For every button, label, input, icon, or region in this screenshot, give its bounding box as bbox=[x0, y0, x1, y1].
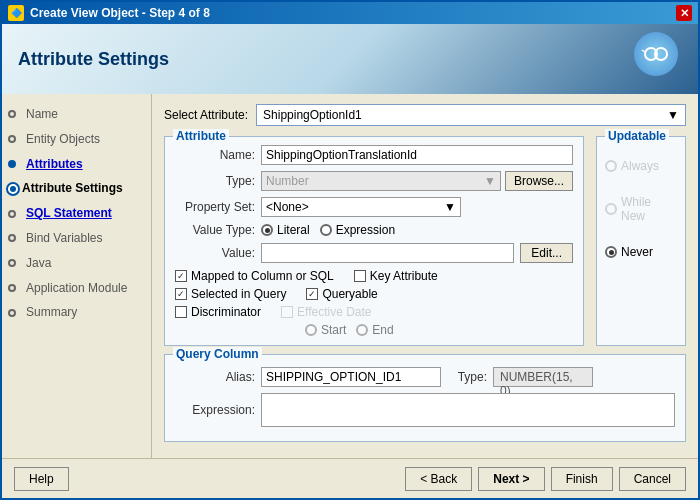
main-panel: Select Attribute: ShippingOptionId1 ▼ At… bbox=[152, 94, 698, 458]
next-button[interactable]: Next > bbox=[478, 467, 544, 491]
sidebar-item-java[interactable]: Java bbox=[2, 251, 151, 276]
value-row: Value: Edit... bbox=[175, 243, 573, 263]
selected-query-checkbox[interactable] bbox=[175, 288, 187, 300]
effective-date-checkbox bbox=[281, 306, 293, 318]
sidebar-item-attributes[interactable]: Attributes bbox=[2, 152, 151, 177]
close-button[interactable]: ✕ bbox=[676, 5, 692, 21]
sidebar-item-name[interactable]: Name bbox=[2, 102, 151, 127]
mapped-checkbox-group[interactable]: Mapped to Column or SQL bbox=[175, 269, 334, 283]
always-radio[interactable] bbox=[605, 160, 617, 172]
start-radio bbox=[305, 324, 317, 336]
expression-row: Expression: bbox=[175, 393, 675, 427]
queryable-checkbox-group[interactable]: Queryable bbox=[306, 287, 377, 301]
alias-row: Alias: Type: NUMBER(15, 0) bbox=[175, 367, 675, 387]
sidebar-dot-entity bbox=[8, 135, 16, 143]
name-row: Name: bbox=[175, 145, 573, 165]
while-new-radio-group[interactable]: While New bbox=[605, 195, 677, 223]
value-label: Value: bbox=[175, 246, 255, 260]
sidebar-item-application-module[interactable]: Application Module bbox=[2, 276, 151, 301]
attribute-section-title: Attribute bbox=[173, 129, 229, 143]
sidebar-dot-name bbox=[8, 110, 16, 118]
cancel-button[interactable]: Cancel bbox=[619, 467, 686, 491]
key-attribute-checkbox[interactable] bbox=[354, 270, 366, 282]
key-attribute-label: Key Attribute bbox=[370, 269, 438, 283]
end-radio-group: End bbox=[356, 323, 393, 337]
literal-radio[interactable] bbox=[261, 224, 273, 236]
sidebar-dot-attributes bbox=[8, 160, 16, 168]
sidebar-item-summary[interactable]: Summary bbox=[2, 300, 151, 325]
expression-radio[interactable] bbox=[320, 224, 332, 236]
footer: Help < Back Next > Finish Cancel bbox=[2, 458, 698, 498]
sidebar-item-sql-statement[interactable]: SQL Statement bbox=[2, 201, 151, 226]
end-radio bbox=[356, 324, 368, 336]
chevron-type-icon: ▼ bbox=[484, 174, 496, 188]
attribute-section: Attribute Name: Type: Number ▼ bbox=[164, 136, 584, 346]
footer-left: Help bbox=[14, 467, 69, 491]
updatable-title: Updatable bbox=[605, 129, 669, 143]
value-input[interactable] bbox=[261, 243, 514, 263]
type-col-label: Type: bbox=[447, 370, 487, 384]
sidebar-dot-attr-settings bbox=[6, 182, 20, 196]
selected-query-checkbox-group[interactable]: Selected in Query bbox=[175, 287, 286, 301]
effective-date-label: Effective Date bbox=[297, 305, 371, 319]
never-radio[interactable] bbox=[605, 246, 617, 258]
queryable-checkbox[interactable] bbox=[306, 288, 318, 300]
finish-button[interactable]: Finish bbox=[551, 467, 613, 491]
sidebar-item-attribute-settings[interactable]: Attribute Settings bbox=[2, 176, 151, 201]
mapped-label: Mapped to Column or SQL bbox=[191, 269, 334, 283]
sidebar-dot-appmodule bbox=[8, 284, 16, 292]
checkboxes-row1: Mapped to Column or SQL Key Attribute bbox=[175, 269, 573, 283]
never-radio-group[interactable]: Never bbox=[605, 245, 653, 259]
type-col-value: NUMBER(15, 0) bbox=[493, 367, 593, 387]
key-attribute-checkbox-group[interactable]: Key Attribute bbox=[354, 269, 438, 283]
literal-label: Literal bbox=[277, 223, 310, 237]
literal-radio-group[interactable]: Literal bbox=[261, 223, 310, 237]
type-row: Type: Number ▼ Browse... bbox=[175, 171, 573, 191]
header-area: Attribute Settings bbox=[2, 24, 698, 94]
attribute-updatable-row: Attribute Name: Type: Number ▼ bbox=[164, 136, 686, 346]
discriminator-label: Discriminator bbox=[191, 305, 261, 319]
back-button[interactable]: < Back bbox=[405, 467, 472, 491]
checkboxes-row3: Discriminator Effective Date bbox=[175, 305, 573, 319]
expression-radio-group[interactable]: Expression bbox=[320, 223, 395, 237]
type-select[interactable]: Number ▼ bbox=[261, 171, 501, 191]
start-label: Start bbox=[321, 323, 346, 337]
page-title: Attribute Settings bbox=[18, 49, 169, 70]
sidebar-item-entity-objects[interactable]: Entity Objects bbox=[2, 127, 151, 152]
end-label: End bbox=[372, 323, 393, 337]
type-browse-group: Number ▼ Browse... bbox=[261, 171, 573, 191]
select-attribute-dropdown[interactable]: ShippingOptionId1 ▼ bbox=[256, 104, 686, 126]
content-area: Name Entity Objects Attributes Attribute… bbox=[2, 94, 698, 458]
always-radio-group[interactable]: Always bbox=[605, 159, 659, 173]
while-new-label: While New bbox=[621, 195, 677, 223]
while-new-radio[interactable] bbox=[605, 203, 617, 215]
discriminator-checkbox[interactable] bbox=[175, 306, 187, 318]
select-attribute-row: Select Attribute: ShippingOptionId1 ▼ bbox=[164, 104, 686, 126]
sidebar-item-bind-variables[interactable]: Bind Variables bbox=[2, 226, 151, 251]
name-label: Name: bbox=[175, 148, 255, 162]
help-button[interactable]: Help bbox=[14, 467, 69, 491]
select-attribute-label: Select Attribute: bbox=[164, 108, 248, 122]
name-input[interactable] bbox=[261, 145, 573, 165]
expression-input[interactable] bbox=[261, 393, 675, 427]
type-label: Type: bbox=[175, 174, 255, 188]
main-window: 🔷 Create View Object - Step 4 of 8 ✕ Att… bbox=[0, 0, 700, 500]
chevron-down-icon: ▼ bbox=[667, 108, 679, 122]
header-icon bbox=[634, 32, 678, 76]
alias-label: Alias: bbox=[175, 370, 255, 384]
never-label: Never bbox=[621, 245, 653, 259]
chevron-propset-icon: ▼ bbox=[444, 200, 456, 214]
discriminator-checkbox-group[interactable]: Discriminator bbox=[175, 305, 261, 319]
always-label: Always bbox=[621, 159, 659, 173]
mapped-checkbox[interactable] bbox=[175, 270, 187, 282]
selected-query-label: Selected in Query bbox=[191, 287, 286, 301]
value-type-radios: Literal Expression bbox=[261, 223, 395, 237]
alias-input[interactable] bbox=[261, 367, 441, 387]
icon-circle bbox=[634, 32, 678, 76]
edit-button[interactable]: Edit... bbox=[520, 243, 573, 263]
property-set-select[interactable]: <None> ▼ bbox=[261, 197, 461, 217]
query-column-title: Query Column bbox=[173, 347, 262, 361]
sidebar: Name Entity Objects Attributes Attribute… bbox=[2, 94, 152, 458]
glasses-icon bbox=[641, 39, 671, 69]
browse-button[interactable]: Browse... bbox=[505, 171, 573, 191]
